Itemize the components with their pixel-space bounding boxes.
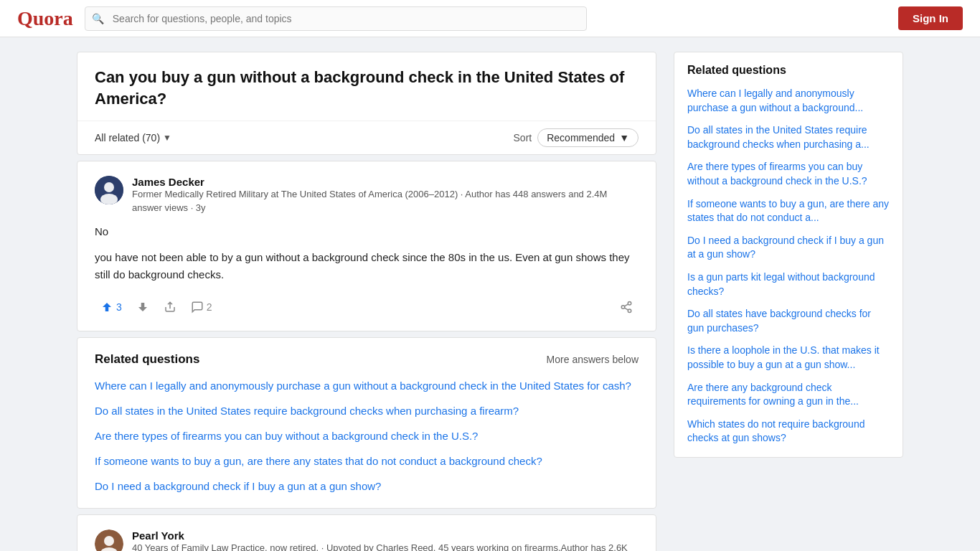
filter-bar-right: Sort Recommended ▼ — [514, 128, 639, 147]
svg-point-5 — [628, 309, 631, 313]
author-bio-pearl: 40 Years of Family Law Practice, now ret… — [132, 542, 639, 551]
sidebar-link-0[interactable]: Where can I legally and anonymously purc… — [687, 87, 890, 115]
external-share-button-james[interactable] — [614, 298, 639, 316]
main-content: Can you buy a gun without a background c… — [77, 52, 656, 551]
chevron-down-icon: ▼ — [619, 132, 629, 143]
sort-label: Sort — [514, 132, 532, 143]
author-name-james[interactable]: James Decker — [132, 176, 639, 188]
sidebar-link-9[interactable]: Which states do not require background c… — [687, 418, 890, 446]
sidebar-link-7[interactable]: Is there a loophole in the U.S. that mak… — [687, 344, 890, 372]
sign-in-button[interactable]: Sign In — [898, 6, 963, 30]
svg-line-6 — [624, 308, 628, 310]
answer-author-pearl: Pearl York 40 Years of Family Law Practi… — [95, 529, 639, 551]
search-bar: 🔍 — [85, 6, 587, 31]
external-share-icon — [620, 301, 633, 314]
logo[interactable]: Quora — [17, 7, 73, 30]
all-related-label: All related (70) — [95, 132, 160, 143]
more-answers-label: More answers below — [547, 354, 639, 365]
related-inline-title: Related questions — [95, 352, 199, 367]
author-bio-james: Former Medically Retired Military at The… — [132, 188, 639, 214]
answer-card-james: James Decker Former Medically Retired Mi… — [77, 161, 656, 331]
search-icon: 🔍 — [92, 13, 104, 24]
downvote-button-james[interactable] — [131, 298, 155, 316]
svg-point-3 — [628, 301, 631, 305]
answer-text-para1-james: No — [95, 223, 639, 240]
sort-dropdown[interactable]: Recommended ▼ — [537, 128, 639, 147]
sidebar-link-2[interactable]: Are there types of firearms you can buy … — [687, 160, 890, 188]
sidebar: Related questions Where can I legally an… — [674, 52, 903, 551]
answer-text-para2-james: you have not been able to by a gun witho… — [95, 249, 639, 283]
comment-icon — [191, 301, 204, 314]
all-related-filter[interactable]: All related (70) ▼ — [95, 132, 171, 143]
svg-point-4 — [621, 306, 625, 309]
related-inline-link-4[interactable]: Do I need a background check if I buy a … — [95, 479, 639, 494]
comment-button-james[interactable]: 2 — [185, 298, 218, 316]
search-input[interactable] — [85, 6, 587, 31]
svg-point-9 — [104, 536, 114, 546]
avatar-james — [95, 176, 123, 204]
avatar-image-pearl — [95, 529, 123, 551]
related-inline-link-2[interactable]: Are there types of firearms you can buy … — [95, 428, 639, 443]
author-name-pearl[interactable]: Pearl York — [132, 529, 639, 542]
sidebar-link-6[interactable]: Do all states have background checks for… — [687, 307, 890, 335]
sidebar-link-5[interactable]: Is a gun parts kit legal without backgro… — [687, 270, 890, 298]
related-inline-link-3[interactable]: If someone wants to buy a gun, are there… — [95, 453, 639, 468]
sidebar-link-4[interactable]: Do I need a background check if I buy a … — [687, 234, 890, 262]
upvote-button-james[interactable]: 3 — [95, 298, 128, 316]
answer-author-james: James Decker Former Medically Retired Mi… — [95, 176, 639, 214]
chevron-down-icon: ▼ — [163, 133, 171, 143]
sidebar-title: Related questions — [687, 64, 890, 77]
sidebar-link-3[interactable]: If someone wants to buy a gun, are there… — [687, 197, 890, 225]
upvote-icon — [100, 301, 113, 314]
header-right: Sign In — [898, 6, 963, 30]
avatar-image-james — [95, 176, 123, 204]
upvote-count-james: 3 — [116, 301, 122, 313]
related-inline-link-1[interactable]: Do all states in the United States requi… — [95, 403, 639, 418]
related-inline-card: Related questions More answers below Whe… — [77, 337, 656, 509]
recommended-label: Recommended — [547, 132, 615, 143]
share-icon — [164, 301, 176, 314]
question-title: Can you buy a gun without a background c… — [95, 67, 639, 109]
question-card: Can you buy a gun without a background c… — [77, 52, 656, 155]
filter-bar-left: All related (70) ▼ — [95, 132, 171, 143]
related-inline-link-0[interactable]: Where can I legally and anonymously purc… — [95, 378, 639, 393]
downvote-icon — [136, 301, 149, 314]
page-container: Can you buy a gun without a background c… — [60, 37, 920, 551]
avatar-pearl — [95, 529, 123, 551]
author-info-pearl: Pearl York 40 Years of Family Law Practi… — [132, 529, 639, 551]
answer-actions-james: 3 2 — [95, 292, 639, 316]
sidebar-link-1[interactable]: Do all states in the United States requi… — [687, 123, 890, 151]
sidebar-link-8[interactable]: Are there any background check requireme… — [687, 381, 890, 409]
comment-count-james: 2 — [207, 301, 212, 313]
answer-card-pearl: Pearl York 40 Years of Family Law Practi… — [77, 514, 656, 551]
related-inline-header: Related questions More answers below — [95, 352, 639, 367]
author-info-james: James Decker Former Medically Retired Mi… — [132, 176, 639, 214]
header: Quora 🔍 Sign In — [0, 0, 980, 37]
svg-point-1 — [104, 182, 114, 192]
question-title-area: Can you buy a gun without a background c… — [77, 52, 656, 121]
sidebar-card: Related questions Where can I legally an… — [674, 52, 903, 458]
filter-bar: All related (70) ▼ Sort Recommended ▼ — [77, 121, 656, 154]
share-button-james[interactable] — [158, 298, 182, 316]
svg-line-7 — [624, 304, 628, 306]
